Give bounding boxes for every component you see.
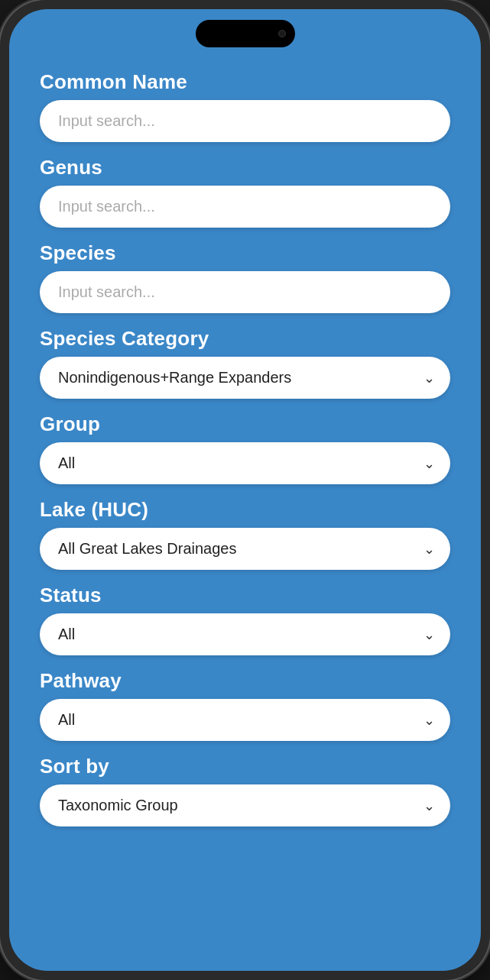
group-select[interactable]: All	[40, 442, 450, 484]
status-wrapper: All ⌄	[40, 613, 450, 655]
species-label: Species	[40, 241, 450, 265]
lake-huc-wrapper: All Great Lakes Drainages ⌄	[40, 528, 450, 570]
species-input[interactable]	[40, 271, 450, 313]
species-category-label: Species Category	[40, 327, 450, 351]
genus-group: Genus	[40, 156, 450, 228]
status-select[interactable]: All	[40, 613, 450, 655]
group-wrapper: All ⌄	[40, 442, 450, 484]
camera-dot	[278, 30, 286, 37]
sort-by-select[interactable]: Taxonomic Group	[40, 784, 450, 826]
sort-by-wrapper: Taxonomic Group ⌄	[40, 784, 450, 826]
genus-label: Genus	[40, 156, 450, 180]
pathway-label: Pathway	[40, 669, 450, 693]
common-name-label: Common Name	[40, 70, 450, 94]
phone-screen: Common Name Genus Species Species Catego…	[9, 9, 481, 971]
dynamic-island	[196, 20, 295, 47]
pathway-wrapper: All ⌄	[40, 699, 450, 741]
common-name-input[interactable]	[40, 100, 450, 142]
group-group: Group All ⌄	[40, 412, 450, 484]
status-label: Status	[40, 584, 450, 607]
status-group: Status All ⌄	[40, 584, 450, 655]
phone-frame: Common Name Genus Species Species Catego…	[0, 0, 490, 980]
sort-by-group: Sort by Taxonomic Group ⌄	[40, 755, 450, 826]
sort-by-label: Sort by	[40, 755, 450, 778]
group-label: Group	[40, 412, 450, 436]
genus-input[interactable]	[40, 186, 450, 228]
lake-huc-label: Lake (HUC)	[40, 498, 450, 522]
species-group: Species	[40, 241, 450, 313]
species-category-group: Species Category Nonindigenous+Range Exp…	[40, 327, 450, 399]
scroll-content: Common Name Genus Species Species Catego…	[9, 63, 481, 971]
pathway-group: Pathway All ⌄	[40, 669, 450, 741]
lake-huc-select[interactable]: All Great Lakes Drainages	[40, 528, 450, 570]
species-category-select[interactable]: Nonindigenous+Range Expanders	[40, 357, 450, 399]
species-category-wrapper: Nonindigenous+Range Expanders ⌄	[40, 357, 450, 399]
pathway-select[interactable]: All	[40, 699, 450, 741]
lake-huc-group: Lake (HUC) All Great Lakes Drainages ⌄	[40, 498, 450, 570]
common-name-group: Common Name	[40, 70, 450, 142]
